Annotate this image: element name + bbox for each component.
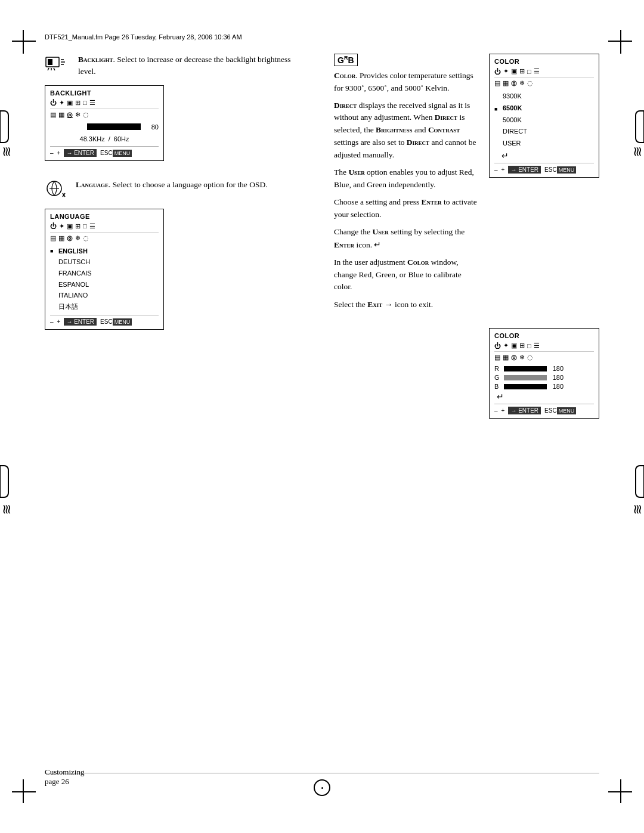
osd-icon-contrast: ▣: [67, 99, 73, 107]
cm-menu-text: MENU: [557, 166, 577, 174]
cu-nav-plus: +: [501, 407, 505, 414]
color-user-nav: – + → ENTER ESCMENU: [494, 404, 594, 414]
language-osd-icons1: ⏻ ✦ ▣ ⊞ □ ☰: [50, 222, 159, 233]
rgb-r-label: R: [494, 365, 501, 372]
main-grid: Backlight. Select to increase or decreas…: [45, 54, 599, 431]
rgb-r-bar: [504, 366, 547, 371]
cu-nav-minus: –: [494, 407, 498, 414]
rgb-b-bar: [504, 384, 547, 389]
language-section: Language. Select to choose a language op…: [45, 179, 310, 330]
backlight-label: Backlight: [78, 55, 113, 64]
cu-menu-text: MENU: [557, 407, 577, 414]
cu-icon-active: ◎: [511, 354, 517, 361]
color-para1: Color. Provides color temperature settin…: [334, 70, 477, 95]
backlight-text: Backlight. Select to increase or decreas…: [78, 54, 310, 78]
osd-icon-sharpness: ⊞: [75, 99, 80, 107]
backlight-osd-icons1: ⏻ ✦ ▣ ⊞ □ ☰: [50, 99, 159, 109]
esc-text: ESC: [100, 150, 113, 156]
cu-icon-input: □: [527, 342, 531, 349]
color-user-title: Color: [494, 332, 594, 339]
lang-item-italiano: ITALIANO: [50, 290, 159, 301]
cm-nav-esc: ESCMENU: [544, 166, 576, 173]
color-para5: Change the User setting by selecting the…: [334, 226, 477, 252]
lang-item-espanol: ESPANOL: [50, 279, 159, 290]
cu-nav-esc: ESCMENU: [544, 407, 576, 414]
svg-line-6: [48, 68, 49, 70]
cu-icon-power: ⏻: [494, 342, 501, 349]
grb-R: R: [344, 55, 348, 61]
backlight-slider-bar: [87, 123, 141, 130]
cm-nav-enter: → ENTER: [508, 166, 541, 174]
nav-esc-label: ESCMENU: [100, 150, 132, 156]
color-temp-list: 9300K 6500K 5000K DIRECT USER: [494, 91, 594, 150]
color-para7: Select the Exit → icon to exit.: [334, 298, 477, 311]
language-text: Language. Select to choose a language op…: [76, 179, 268, 191]
rgb-r-row: R 180: [494, 365, 594, 372]
color-user-icons1: ⏻ ✦ ▣ ⊞ □ ☰: [494, 342, 594, 352]
center-dot: [321, 787, 323, 789]
lang-item-francais: FRANCAIS: [50, 268, 159, 279]
lang-item-deutsch: DEUTSCH: [50, 256, 159, 268]
grb-icon: GRB: [334, 54, 358, 66]
center-bottom-circle: [314, 779, 330, 796]
backlight-divider: /: [109, 135, 110, 143]
rgb-b-value: 180: [549, 383, 564, 390]
left-deco-bot: [0, 465, 9, 498]
backlight-freq1: 48.3KHz: [80, 135, 105, 143]
language-menu-list: ENGLISH DEUTSCH FRANCAIS ESPANOL ITALIAN…: [50, 246, 159, 312]
header-text: DTF521_Manual.fm Page 26 Tuesday, Februa…: [45, 33, 242, 41]
left-wave-top: ≋: [0, 146, 14, 156]
color-main-panel: Color ⏻ ✦ ▣ ⊞ □ ☰ ▤ ▦: [489, 54, 599, 178]
cu-icon-a: ▤: [494, 354, 500, 361]
right-column: GRB Color. Provides color temperature se…: [322, 54, 599, 431]
cm-icon-input: □: [527, 68, 531, 75]
backlight-slider-value: 80: [144, 123, 159, 131]
backlight-freq2: 60Hz: [114, 135, 129, 143]
rgb-b-label: B: [494, 383, 501, 390]
grb-icon-area: GRB: [334, 54, 477, 66]
lang-icon-c: ❄: [75, 234, 80, 242]
cm-icon-sun: ✦: [503, 67, 509, 75]
nav-enter-btn: → ENTER: [64, 149, 97, 157]
content-area: Backlight. Select to increase or decreas…: [45, 54, 599, 779]
osd-icon-sun: ✦: [59, 99, 64, 107]
lang-nav-plus: +: [57, 318, 61, 325]
lang-icon-power: ⏻: [50, 222, 57, 230]
color-6500k: 6500K: [494, 103, 594, 114]
osd-icon-power: ⏻: [50, 99, 57, 106]
footer-customizing: Customizing: [45, 767, 84, 776]
cm-nav-minus: –: [494, 166, 498, 173]
language-osd-title: Language: [50, 213, 159, 220]
nav-plus: +: [57, 150, 61, 156]
nav-minus: –: [50, 150, 54, 156]
cm-icon-c: ❄: [519, 79, 525, 87]
lang-icon-b: ▦: [58, 234, 64, 242]
backlight-osd-nav: – + → ENTER ESCMENU: [50, 146, 159, 157]
lang-item-japanese: 日本語: [50, 301, 159, 312]
cm-nav-plus: +: [501, 166, 505, 173]
lang-nav-minus: –: [50, 318, 54, 325]
cu-icon-sharp: ⊞: [519, 342, 525, 349]
backlight-slider: 80: [50, 123, 159, 131]
cu-icon-b: ▦: [503, 354, 509, 361]
color-label: Color: [334, 71, 355, 80]
osd-icon-menu: ☰: [89, 99, 95, 107]
color-main-nav: – + → ENTER ESCMENU: [494, 163, 594, 174]
color-user-panel-wrapper: Color ⏻ ✦ ▣ ⊞ □ ☰ ▤ ▦ ◎ ❄: [489, 328, 599, 419]
backlight-freq-row: 48.3KHz / 60Hz: [50, 135, 159, 143]
cu-icon-d: ◌: [527, 354, 533, 361]
color-user: USER: [494, 138, 594, 150]
rgb-g-bar: [504, 375, 547, 380]
rgb-g-label: G: [494, 374, 501, 381]
cu-icon-sun: ✦: [503, 342, 509, 349]
cu-icon-contrast: ▣: [511, 342, 517, 349]
osd-icon-d: ◌: [83, 111, 89, 119]
left-column: Backlight. Select to increase or decreas…: [45, 54, 322, 431]
lang-icon-contrast: ▣: [67, 222, 73, 230]
color-main-icons1: ⏻ ✦ ▣ ⊞ □ ☰: [494, 67, 594, 78]
lang-icon-menu: ☰: [89, 222, 95, 230]
right-deco-top: [635, 110, 644, 143]
osd-icon-c: ❄: [75, 111, 80, 119]
color-user-panel: Color ⏻ ✦ ▣ ⊞ □ ☰ ▤ ▦ ◎ ❄: [489, 328, 599, 419]
color-para2: Direct displays the received signal as i…: [334, 100, 477, 162]
